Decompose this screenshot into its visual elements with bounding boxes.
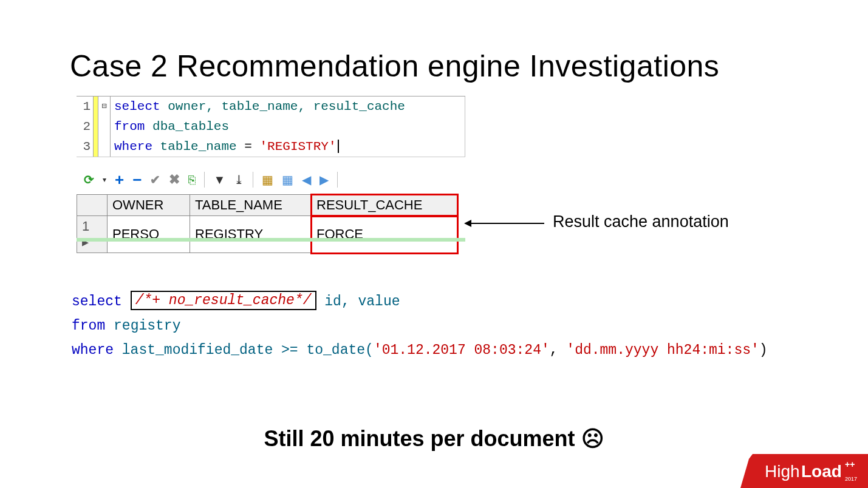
logo-year: 2017: [845, 476, 857, 482]
fold-spacer: [98, 117, 111, 137]
corner-cell: [77, 195, 108, 216]
results-toolbar: ⟳ ▾ + − ✔ ✖ ⎘ ▼ ⤓ ▦ ▦ ◀ ▶: [77, 169, 465, 191]
highload-logo: High Load ++ 2017: [740, 454, 868, 488]
sql-snippet-2: select /*+ no_result_cache*/ id, value f…: [72, 290, 768, 362]
gutter: [94, 97, 98, 117]
grid-footer-strip: [77, 238, 465, 242]
prev-icon[interactable]: ◀: [302, 174, 311, 186]
line-number: 2: [77, 117, 94, 137]
annotation-arrow: [465, 223, 544, 224]
sql-row-2: 2 from dba_tables: [77, 117, 465, 137]
logo-load: Load: [801, 462, 842, 481]
cell-result-cache: FORCE: [312, 216, 457, 253]
logo-high: High: [765, 462, 800, 481]
line-number: 3: [77, 137, 94, 157]
fold-spacer: [98, 137, 111, 157]
optimizer-hint: /*+ no_result_cache*/: [131, 291, 316, 310]
table-header-row: OWNER TABLE_NAME RESULT_CACHE: [77, 195, 457, 216]
line-number: 1: [77, 97, 94, 117]
code-line: select owner, table_name, result_cache: [111, 97, 465, 117]
refresh-icon[interactable]: ⟳: [84, 174, 94, 186]
gutter: [94, 117, 98, 137]
sql-row-3: 3 where table_name = 'REGISTRY': [77, 137, 465, 157]
table-row[interactable]: 1 ▸ PERSO REGISTRY FORCE: [77, 216, 457, 253]
add-icon[interactable]: +: [115, 172, 124, 188]
grid-view-icon[interactable]: ▦: [262, 174, 273, 186]
code-line: where table_name = 'REGISTRY': [111, 137, 465, 157]
dropdown-icon[interactable]: ▾: [103, 176, 106, 183]
separator: [204, 172, 205, 188]
col-header-result-cache[interactable]: RESULT_CACHE: [312, 195, 457, 216]
code-line: from dba_tables: [111, 117, 465, 137]
remove-icon[interactable]: −: [132, 172, 142, 188]
commit-icon[interactable]: ✔: [150, 174, 160, 186]
gutter: [94, 137, 98, 157]
sort-icon[interactable]: ⤓: [234, 174, 244, 186]
single-record-icon[interactable]: ▦: [282, 174, 293, 186]
copy-icon[interactable]: ⎘: [188, 174, 196, 186]
cell-owner: PERSO: [108, 216, 190, 253]
separator: [337, 172, 338, 188]
filter-icon[interactable]: ▼: [213, 174, 225, 186]
separator: [253, 172, 253, 188]
annotation-label: Result cache annotation: [553, 212, 729, 231]
fold-icon[interactable]: ⊟: [98, 97, 111, 117]
cell-table-name: REGISTRY: [190, 216, 312, 253]
sql-row-1: 1 ⊟ select owner, table_name, result_cac…: [77, 97, 465, 117]
sql-editor: 1 ⊟ select owner, table_name, result_cac…: [77, 96, 465, 157]
row-number: 1 ▸: [77, 216, 108, 253]
rollback-icon[interactable]: ✖: [169, 173, 180, 186]
slide-title: Case 2 Recommendation engine Investigati…: [70, 49, 719, 84]
logo-plus: ++: [845, 459, 855, 469]
result-grid: OWNER TABLE_NAME RESULT_CACHE 1 ▸ PERSO …: [77, 194, 457, 253]
next-icon[interactable]: ▶: [320, 174, 329, 186]
summary-text: Still 20 minutes per document ☹: [0, 426, 868, 452]
text-caret: [338, 140, 339, 153]
col-header-owner[interactable]: OWNER: [108, 195, 190, 216]
col-header-table-name[interactable]: TABLE_NAME: [190, 195, 312, 216]
